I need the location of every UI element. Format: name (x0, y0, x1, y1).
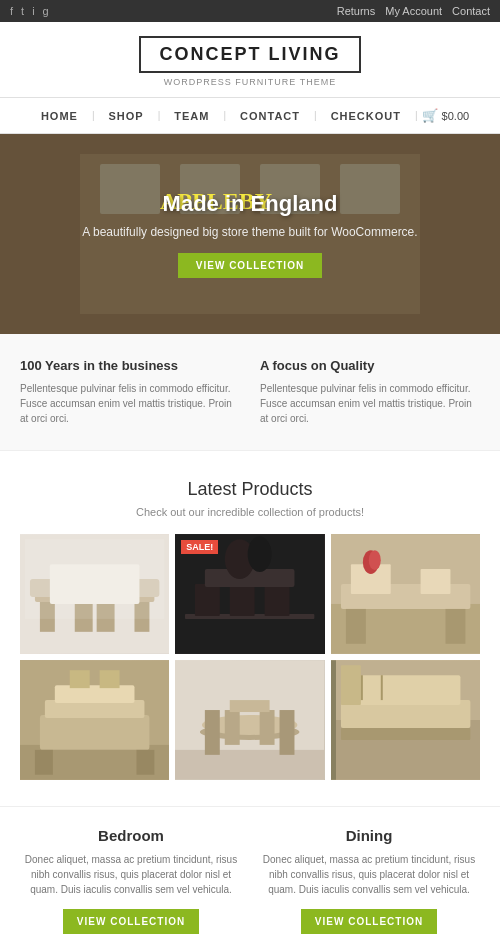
nav-home[interactable]: HOME (31, 110, 88, 122)
svg-rect-42 (260, 710, 275, 745)
main-nav: HOME | SHOP | TEAM | CONTACT | CHECKOUT … (0, 98, 500, 134)
collections-section: Bedroom Donec aliquet, massa ac pretium … (0, 806, 500, 946)
svg-rect-43 (230, 700, 270, 712)
svg-rect-21 (445, 609, 465, 644)
product-item-4[interactable] (20, 660, 169, 780)
feature-years-text: Pellentesque pulvinar felis in commodo e… (20, 381, 240, 426)
svg-rect-11 (195, 584, 220, 616)
nav-sep-4: | (314, 110, 317, 121)
svg-rect-12 (230, 584, 255, 616)
bedroom-title: Bedroom (20, 827, 242, 844)
returns-link[interactable]: Returns (337, 5, 376, 17)
cart-link[interactable]: 🛒 $0.00 (422, 108, 470, 123)
nav-sep-2: | (158, 110, 161, 121)
product-item-1[interactable] (20, 534, 169, 654)
latest-products-title: Latest Products (20, 479, 480, 500)
product-item-3[interactable] (331, 534, 480, 654)
top-bar: f t i g Returns My Account Contact (0, 0, 500, 22)
svg-rect-51 (361, 675, 363, 700)
svg-rect-13 (265, 584, 290, 616)
svg-point-16 (248, 536, 272, 572)
svg-rect-50 (341, 665, 361, 705)
nav-team[interactable]: TEAM (164, 110, 219, 122)
site-header: CONCEPT LIVING WORDPRESS FURNITURE THEME (0, 22, 500, 98)
nav-sep-1: | (92, 110, 95, 121)
svg-rect-48 (331, 660, 336, 779)
latest-products-subtitle: Check out our incredible collection of p… (20, 506, 480, 518)
nav-sep-3: | (223, 110, 226, 121)
svg-rect-28 (40, 715, 150, 750)
svg-rect-23 (420, 569, 450, 594)
latest-products-section: Latest Products Check out our incredible… (0, 451, 500, 806)
svg-rect-33 (70, 670, 90, 688)
svg-rect-36 (175, 750, 324, 780)
svg-rect-40 (280, 710, 295, 755)
nav-contact[interactable]: CONTACT (230, 110, 310, 122)
svg-rect-39 (205, 710, 220, 755)
svg-rect-49 (351, 675, 461, 705)
hero-content: Made in England A beautifully designed b… (82, 191, 417, 278)
svg-point-25 (368, 550, 380, 570)
svg-rect-29 (35, 750, 53, 775)
facebook-icon[interactable]: f (10, 5, 13, 17)
hero-subtitle: A beautifully designed big store theme b… (82, 225, 417, 239)
feature-years-title: 100 Years in the business (20, 358, 240, 373)
hero-cta-button[interactable]: VIEW COLLECTION (178, 253, 322, 278)
svg-rect-47 (341, 728, 470, 740)
product-item-5[interactable] (175, 660, 324, 780)
product-grid: SALE! (20, 534, 480, 780)
feature-years: 100 Years in the business Pellentesque p… (20, 358, 240, 426)
dining-text: Donec aliquet, massa ac pretium tincidun… (258, 852, 480, 897)
svg-rect-41 (225, 710, 240, 745)
svg-rect-52 (380, 675, 382, 700)
svg-rect-8 (25, 539, 164, 619)
instagram-icon[interactable]: i (32, 5, 34, 17)
nav-sep-5: | (415, 110, 418, 121)
sale-badge: SALE! (181, 540, 218, 554)
feature-quality-title: A focus on Quality (260, 358, 480, 373)
logo-box[interactable]: CONCEPT LIVING (139, 36, 360, 73)
svg-rect-20 (346, 609, 366, 644)
utility-links: Returns My Account Contact (337, 5, 490, 17)
dining-title: Dining (258, 827, 480, 844)
cart-total: $0.00 (442, 110, 470, 122)
dining-collection: Dining Donec aliquet, massa ac pretium t… (258, 827, 480, 934)
svg-rect-30 (136, 750, 154, 775)
nav-shop[interactable]: SHOP (98, 110, 153, 122)
svg-rect-34 (100, 670, 120, 688)
bedroom-view-button[interactable]: VIEW COLLECTION (63, 909, 199, 934)
features-section: 100 Years in the business Pellentesque p… (0, 334, 500, 451)
twitter-icon[interactable]: t (21, 5, 24, 17)
dining-view-button[interactable]: VIEW COLLECTION (301, 909, 437, 934)
product-item-6[interactable] (331, 660, 480, 780)
contact-link[interactable]: Contact (452, 5, 490, 17)
bedroom-collection: Bedroom Donec aliquet, massa ac pretium … (20, 827, 242, 934)
hero-title: Made in England (82, 191, 417, 217)
site-tagline: WORDPRESS FURNITURE THEME (10, 77, 490, 87)
bedroom-text: Donec aliquet, massa ac pretium tincidun… (20, 852, 242, 897)
hero-section: Made in England A beautifully designed b… (0, 134, 500, 334)
social-links: f t i g (10, 5, 49, 17)
my-account-link[interactable]: My Account (385, 5, 442, 17)
site-title: CONCEPT LIVING (159, 44, 340, 65)
cart-icon: 🛒 (422, 108, 438, 123)
product-item-2[interactable]: SALE! (175, 534, 324, 654)
svg-rect-32 (55, 685, 135, 703)
feature-quality: A focus on Quality Pellentesque pulvinar… (260, 358, 480, 426)
feature-quality-text: Pellentesque pulvinar felis in commodo e… (260, 381, 480, 426)
github-icon[interactable]: g (43, 5, 49, 17)
nav-checkout[interactable]: CHECKOUT (321, 110, 411, 122)
